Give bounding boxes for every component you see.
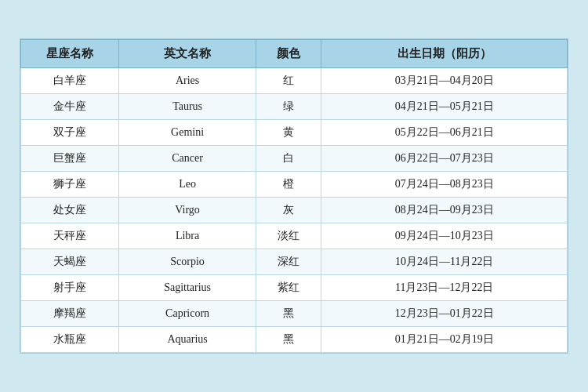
cell-color: 黑 [256,327,321,353]
cell-zh: 射手座 [21,275,119,301]
cell-en: Capricorn [119,301,256,327]
header-color: 颜色 [256,40,321,68]
cell-color: 红 [256,68,321,94]
cell-zh: 摩羯座 [21,301,119,327]
cell-color: 白 [256,146,321,172]
cell-zh: 巨蟹座 [21,146,119,172]
cell-en: Cancer [119,146,256,172]
cell-en: Libra [119,223,256,249]
cell-en: Aquarius [119,327,256,353]
cell-en: Virgo [119,198,256,223]
cell-en: Scorpio [119,249,256,275]
cell-zh: 水瓶座 [21,327,119,353]
header-en: 英文名称 [119,40,256,68]
cell-zh: 处女座 [21,198,119,223]
cell-zh: 双子座 [21,120,119,146]
table-row: 天秤座Libra淡红09月24日—10月23日 [21,223,568,249]
cell-date: 08月24日—09月23日 [321,198,568,223]
cell-zh: 狮子座 [21,172,119,198]
header-date: 出生日期（阳历） [321,40,568,68]
cell-date: 09月24日—10月23日 [321,223,568,249]
cell-en: Aries [119,68,256,94]
cell-en: Sagittarius [119,275,256,301]
table-row: 天蝎座Scorpio深红10月24日—11月22日 [21,249,568,275]
cell-zh: 天秤座 [21,223,119,249]
cell-en: Gemini [119,120,256,146]
cell-zh: 金牛座 [21,94,119,120]
cell-date: 03月21日—04月20日 [321,68,568,94]
table-row: 金牛座Taurus绿04月21日—05月21日 [21,94,568,120]
cell-date: 07月24日—08月23日 [321,172,568,198]
cell-color: 紫红 [256,275,321,301]
cell-color: 黄 [256,120,321,146]
table-row: 射手座Sagittarius紫红11月23日—12月22日 [21,275,568,301]
cell-color: 绿 [256,94,321,120]
cell-en: Taurus [119,94,256,120]
cell-color: 灰 [256,198,321,223]
table-row: 摩羯座Capricorn黑12月23日—01月22日 [21,301,568,327]
table-header-row: 星座名称 英文名称 颜色 出生日期（阳历） [21,40,568,68]
cell-zh: 白羊座 [21,68,119,94]
cell-zh: 天蝎座 [21,249,119,275]
cell-color: 橙 [256,172,321,198]
table-body: 白羊座Aries红03月21日—04月20日金牛座Taurus绿04月21日—0… [21,68,568,353]
zodiac-table: 星座名称 英文名称 颜色 出生日期（阳历） 白羊座Aries红03月21日—04… [20,39,568,353]
table-row: 水瓶座Aquarius黑01月21日—02月19日 [21,327,568,353]
header-zh: 星座名称 [21,40,119,68]
cell-date: 06月22日—07月23日 [321,146,568,172]
table-row: 双子座Gemini黄05月22日—06月21日 [21,120,568,146]
table-row: 白羊座Aries红03月21日—04月20日 [21,68,568,94]
table-row: 处女座Virgo灰08月24日—09月23日 [21,198,568,223]
cell-color: 深红 [256,249,321,275]
cell-date: 04月21日—05月21日 [321,94,568,120]
table-row: 狮子座Leo橙07月24日—08月23日 [21,172,568,198]
cell-color: 黑 [256,301,321,327]
table-row: 巨蟹座Cancer白06月22日—07月23日 [21,146,568,172]
cell-date: 12月23日—01月22日 [321,301,568,327]
cell-en: Leo [119,172,256,198]
zodiac-table-container: 星座名称 英文名称 颜色 出生日期（阳历） 白羊座Aries红03月21日—04… [20,38,568,354]
cell-date: 05月22日—06月21日 [321,120,568,146]
cell-date: 01月21日—02月19日 [321,327,568,353]
cell-date: 10月24日—11月22日 [321,249,568,275]
cell-color: 淡红 [256,223,321,249]
cell-date: 11月23日—12月22日 [321,275,568,301]
